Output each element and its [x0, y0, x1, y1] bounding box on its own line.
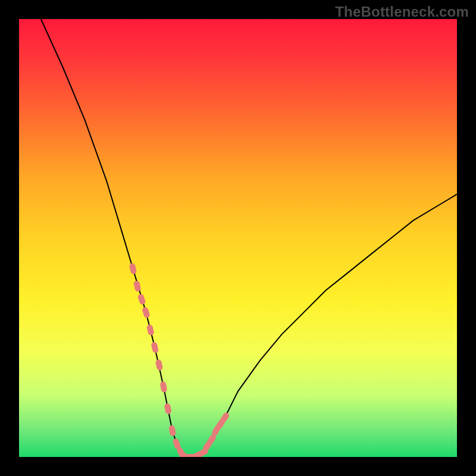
- marker-dot: [164, 403, 172, 415]
- marker-dot: [151, 342, 159, 353]
- marker-dot: [133, 280, 142, 292]
- plot-area: [19, 19, 457, 457]
- bottleneck-curve: [41, 19, 457, 457]
- curve-layer: [19, 19, 457, 457]
- marker-dot: [137, 293, 146, 305]
- marker-dot: [142, 306, 151, 318]
- marker-dot: [159, 381, 167, 393]
- marker-dot: [146, 324, 155, 336]
- marker-dot: [129, 263, 137, 275]
- chart-frame: TheBottleneck.com: [0, 0, 476, 476]
- watermark-text: TheBottleneck.com: [335, 4, 469, 20]
- marker-points: [129, 263, 230, 457]
- marker-dot: [155, 359, 163, 371]
- marker-dot: [168, 425, 176, 437]
